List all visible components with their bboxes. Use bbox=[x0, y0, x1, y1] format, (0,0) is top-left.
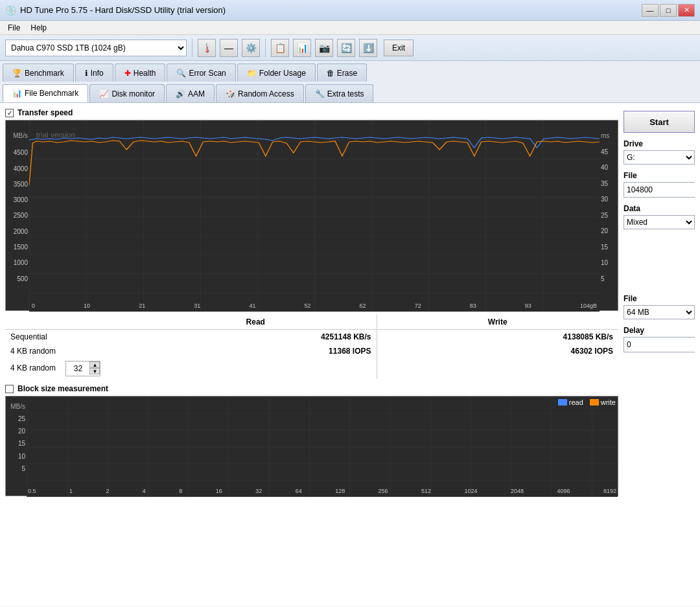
tab-info[interactable]: ℹ Info bbox=[75, 63, 113, 82]
legend-read-color bbox=[558, 399, 567, 406]
tab-health[interactable]: ✚ Health bbox=[115, 63, 166, 82]
aam-icon: 🔊 bbox=[176, 89, 185, 98]
stats-row-4kb-random-2: 4 KB random ▲ ▼ bbox=[5, 358, 618, 379]
extra-tests-icon: 🔧 bbox=[315, 89, 325, 98]
toolbar-settings-icon[interactable]: ⚙️ bbox=[242, 39, 260, 57]
toolbar: Dahua C970 SSD 1TB (1024 gB) 🌡️ — ⚙️ 📋 📊… bbox=[0, 35, 700, 61]
data-label: Data bbox=[624, 204, 695, 213]
stats-row-4kb-random-1: 4 KB random 11368 IOPS 46302 IOPS bbox=[5, 344, 618, 358]
queue-depth-input[interactable] bbox=[66, 361, 89, 376]
data-select[interactable]: Mixed bbox=[624, 215, 695, 229]
toolbar-copy-icon[interactable]: 📋 bbox=[271, 39, 289, 57]
drive-control: Drive G: bbox=[624, 139, 695, 165]
svg-text:trial version: trial version bbox=[36, 131, 75, 139]
block-size-section: Block size measurement read write bbox=[5, 384, 618, 496]
legend-read: read bbox=[558, 398, 583, 406]
block-size-checkbox[interactable] bbox=[5, 385, 14, 393]
health-icon: ✚ bbox=[124, 69, 131, 78]
exit-button[interactable]: Exit bbox=[384, 40, 414, 56]
drive-dropdown[interactable]: Dahua C970 SSD 1TB (1024 gB) bbox=[5, 40, 187, 56]
tab-benchmark[interactable]: 🏆 Benchmark bbox=[3, 63, 74, 82]
tab-disk-monitor[interactable]: 📈 Disk monitor bbox=[89, 84, 165, 102]
folder-usage-icon: 📁 bbox=[247, 69, 257, 78]
file-control: File ▲ ▼ MB bbox=[624, 171, 695, 198]
toolbar-temp-icon[interactable]: 🌡️ bbox=[198, 39, 216, 57]
block-chart-svg bbox=[27, 396, 618, 497]
menu-help[interactable]: Help bbox=[25, 22, 52, 34]
block-file-label: File bbox=[624, 294, 695, 303]
tab-erase[interactable]: 🗑 Erase bbox=[317, 63, 367, 82]
spinbox-buttons: ▲ ▼ bbox=[89, 361, 100, 376]
transfer-speed-checkbox[interactable]: ✓ bbox=[5, 109, 14, 117]
right-panel: Start Drive G: File ▲ ▼ MB Data bbox=[624, 108, 695, 601]
menu-file[interactable]: File bbox=[3, 22, 25, 34]
left-panel: ✓ Transfer speed MB/s 4500 4000 3500 300… bbox=[5, 108, 618, 601]
transfer-speed-title: Transfer speed bbox=[18, 108, 73, 117]
drive-label: Drive bbox=[624, 139, 695, 148]
block-size-header: Block size measurement bbox=[5, 384, 618, 393]
svg-rect-1 bbox=[29, 120, 600, 312]
delay-control: Delay ▲ ▼ bbox=[624, 326, 695, 352]
toolbar-dash-icon[interactable]: — bbox=[220, 39, 238, 57]
transfer-chart: MB/s 4500 4000 3500 3000 2500 2000 1500 … bbox=[5, 120, 618, 311]
delay-label: Delay bbox=[624, 326, 695, 335]
data-control: Data Mixed bbox=[624, 204, 695, 229]
stats-header-row: Read Write bbox=[5, 315, 618, 330]
stats-row-sequential: Sequential 4251148 KB/s 4138085 KB/s bbox=[5, 330, 618, 345]
tab-error-scan[interactable]: 🔍 Error Scan bbox=[167, 63, 235, 82]
main-content: ✓ Transfer speed MB/s 4500 4000 3500 300… bbox=[0, 103, 700, 606]
block-file-control: File 64 MB bbox=[624, 294, 695, 319]
title-controls: — □ ✕ bbox=[642, 4, 695, 17]
tab-folder-usage[interactable]: 📁 Folder Usage bbox=[237, 63, 316, 82]
block-file-select[interactable]: 64 MB bbox=[624, 305, 695, 319]
toolbar-separator-1 bbox=[192, 39, 192, 57]
random-access-icon: 🎲 bbox=[226, 89, 235, 98]
stats-table: Read Write Sequential 4251148 KB/s 41380… bbox=[5, 315, 618, 379]
transfer-speed-header: ✓ Transfer speed bbox=[5, 108, 618, 117]
close-button[interactable]: ✕ bbox=[678, 4, 695, 17]
svg-rect-4 bbox=[27, 396, 618, 497]
legend-write-color bbox=[590, 399, 599, 406]
spinbox-up-button[interactable]: ▲ bbox=[89, 361, 100, 368]
start-button[interactable]: Start bbox=[624, 111, 695, 133]
y-axis-left-label: MB/s bbox=[6, 132, 28, 139]
block-chart-wrapper: read write MB/s 25 20 15 bbox=[5, 396, 618, 496]
delay-input[interactable] bbox=[624, 338, 700, 352]
toolbar-chart-icon[interactable]: 📊 bbox=[293, 39, 311, 57]
toolbar-download-icon[interactable]: ⬇️ bbox=[359, 39, 377, 57]
file-benchmark-icon: 📊 bbox=[12, 89, 22, 98]
legend-write: write bbox=[590, 398, 616, 406]
tab-extra-tests[interactable]: 🔧 Extra tests bbox=[305, 84, 374, 102]
maximize-button[interactable]: □ bbox=[660, 4, 677, 17]
drive-select[interactable]: G: bbox=[624, 150, 695, 165]
erase-icon: 🗑 bbox=[327, 69, 334, 78]
block-y-label: MB/s bbox=[6, 403, 25, 410]
tab-file-benchmark[interactable]: 📊 File Benchmark bbox=[3, 84, 88, 102]
block-size-title: Block size measurement bbox=[18, 384, 108, 393]
title-bar: 💿 HD Tune Pro 5.75 - Hard Disk/SSD Utili… bbox=[0, 0, 700, 21]
toolbar-camera-icon[interactable]: 📷 bbox=[315, 39, 333, 57]
tab-random-access[interactable]: 🎲 Random Access bbox=[216, 84, 304, 102]
delay-input-wrap: ▲ ▼ bbox=[624, 337, 695, 352]
transfer-chart-svg: trial version bbox=[29, 120, 600, 312]
file-input[interactable] bbox=[624, 183, 700, 197]
chart-legend: read write bbox=[558, 398, 616, 406]
toolbar-refresh-icon[interactable]: 🔄 bbox=[337, 39, 355, 57]
block-chart: MB/s 25 20 15 10 5 0 bbox=[5, 396, 618, 496]
info-icon: ℹ bbox=[85, 69, 88, 78]
benchmark-icon: 🏆 bbox=[12, 69, 22, 78]
y-axis-right-label: ms bbox=[601, 132, 618, 139]
title-text: HD Tune Pro 5.75 - Hard Disk/SSD Utility… bbox=[20, 5, 642, 15]
tab-aam[interactable]: 🔊 AAM bbox=[166, 84, 215, 102]
error-scan-icon: 🔍 bbox=[176, 69, 186, 78]
queue-depth-spinbox[interactable]: ▲ ▼ bbox=[65, 361, 100, 376]
minimize-button[interactable]: — bbox=[642, 4, 659, 17]
spinbox-down-button[interactable]: ▼ bbox=[89, 368, 100, 374]
file-input-wrap: ▲ ▼ MB bbox=[624, 182, 695, 198]
tab-bar: 🏆 Benchmark ℹ Info ✚ Health 🔍 Error Scan… bbox=[0, 61, 700, 103]
menu-bar: File Help bbox=[0, 21, 700, 35]
toolbar-separator-2 bbox=[265, 39, 266, 57]
title-bar-icon: 💿 bbox=[5, 5, 16, 16]
file-label: File bbox=[624, 171, 695, 180]
disk-monitor-icon: 📈 bbox=[99, 89, 109, 98]
